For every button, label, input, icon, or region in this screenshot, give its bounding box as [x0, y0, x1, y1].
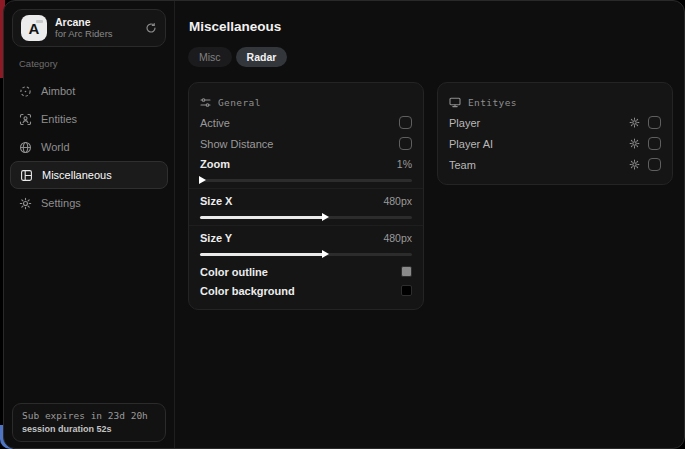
player-checkbox[interactable] — [648, 116, 661, 129]
size-x-label: Size X — [200, 195, 232, 207]
sidebar-item-label: Entities — [41, 113, 77, 125]
main-content: Miscellaneous Misc Radar General — [175, 1, 685, 448]
sidebar-item-entities[interactable]: Entities — [4, 105, 174, 133]
panel-entities-header: Entityes — [449, 83, 661, 112]
gear-icon[interactable] — [629, 159, 640, 170]
zoom-label: Zoom — [200, 158, 230, 170]
app-window: A Arcane for Arc Riders Category — [3, 0, 685, 449]
sidebar-item-miscellaneous[interactable]: Miscellaneous — [10, 161, 168, 189]
sidebar-item-settings[interactable]: Settings — [4, 189, 174, 217]
color-background-swatch[interactable] — [401, 285, 412, 296]
crosshair-icon — [19, 85, 32, 98]
player-label: Player — [449, 117, 480, 129]
zoom-value: 1% — [397, 158, 412, 170]
active-label: Active — [200, 117, 230, 129]
slider-thumb[interactable] — [199, 176, 206, 184]
session-duration-text: session duration 52s — [22, 424, 156, 434]
brand-subtitle: for Arc Riders — [55, 29, 113, 40]
refresh-icon[interactable] — [145, 22, 157, 34]
panels-row: General Active Show Distance Zoom 1% — [188, 82, 673, 310]
zoom-slider[interactable] — [200, 174, 412, 186]
panel-entities: Entityes Player P — [437, 82, 673, 185]
grid-icon — [20, 169, 33, 182]
slider-fill — [200, 253, 325, 256]
panel-general-title: General — [218, 97, 261, 108]
category-label: Category — [19, 58, 174, 69]
panel-entities-title: Entityes — [468, 97, 517, 108]
row-active: Active — [200, 112, 412, 133]
tab-radar[interactable]: Radar — [236, 47, 288, 67]
page-title: Miscellaneous — [189, 19, 673, 34]
scan-person-icon — [19, 113, 32, 126]
slider-fill — [200, 216, 325, 219]
team-checkbox[interactable] — [648, 158, 661, 171]
active-checkbox[interactable] — [399, 116, 412, 129]
size-y-label: Size Y — [200, 232, 232, 244]
globe-icon — [19, 141, 32, 154]
brand-card: A Arcane for Arc Riders — [12, 9, 166, 47]
player-controls — [629, 116, 661, 129]
row-player: Player — [449, 112, 661, 133]
player-ai-checkbox[interactable] — [648, 137, 661, 150]
sidebar: A Arcane for Arc Riders Category — [4, 1, 175, 448]
color-outline-label: Color outline — [200, 266, 268, 278]
panel-general-header: General — [200, 83, 412, 112]
sidebar-item-world[interactable]: World — [4, 133, 174, 161]
divider — [189, 225, 423, 226]
size-x-slider[interactable] — [200, 211, 412, 223]
color-outline-swatch[interactable] — [401, 266, 412, 277]
player-ai-controls — [629, 137, 661, 150]
row-color-background: Color background — [200, 281, 412, 300]
row-player-ai: Player AI — [449, 133, 661, 154]
tab-misc[interactable]: Misc — [188, 47, 232, 67]
panel-general: General Active Show Distance Zoom 1% — [188, 82, 424, 310]
team-label: Team — [449, 159, 476, 171]
slider-track — [200, 179, 412, 182]
row-show-distance: Show Distance — [200, 133, 412, 154]
row-team: Team — [449, 154, 661, 175]
size-x-value: 480px — [383, 195, 412, 207]
divider — [189, 188, 423, 189]
team-controls — [629, 158, 661, 171]
row-color-outline: Color outline — [200, 262, 412, 281]
brand-title: Arcane — [55, 16, 113, 28]
sidebar-item-aimbot[interactable]: Aimbot — [4, 77, 174, 105]
sliders-icon — [200, 97, 211, 108]
gear-icon — [19, 197, 32, 210]
sub-expiry-text: Sub expires in 23d 20h — [22, 410, 156, 421]
sidebar-item-label: World — [41, 141, 70, 153]
sidebar-item-label: Settings — [41, 197, 81, 209]
size-y-value: 480px — [383, 232, 412, 244]
slider-thumb[interactable] — [322, 250, 329, 258]
row-size-x: Size X 480px — [200, 191, 412, 211]
sidebar-item-label: Aimbot — [41, 85, 75, 97]
size-y-slider[interactable] — [200, 248, 412, 260]
sidebar-item-label: Miscellaneous — [42, 169, 112, 181]
gear-icon[interactable] — [629, 117, 640, 128]
app-logo: A — [21, 15, 47, 41]
brand-text: Arcane for Arc Riders — [55, 16, 113, 40]
gear-icon[interactable] — [629, 138, 640, 149]
color-background-label: Color background — [200, 285, 295, 297]
row-size-y: Size Y 480px — [200, 228, 412, 248]
monitor-icon — [449, 97, 461, 108]
subscription-card: Sub expires in 23d 20h session duration … — [12, 403, 166, 442]
sidebar-nav: Aimbot Entities — [4, 77, 174, 217]
show-distance-label: Show Distance — [200, 138, 273, 150]
row-zoom: Zoom 1% — [200, 154, 412, 174]
show-distance-checkbox[interactable] — [399, 137, 412, 150]
player-ai-label: Player AI — [449, 138, 493, 150]
tab-bar: Misc Radar — [188, 47, 673, 67]
slider-thumb[interactable] — [322, 213, 329, 221]
